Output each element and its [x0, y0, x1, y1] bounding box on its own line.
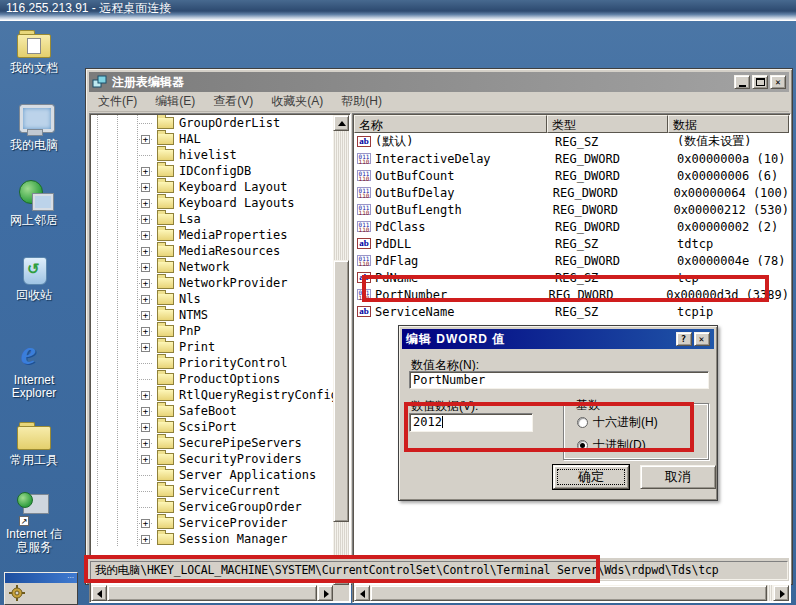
help-button[interactable]: ? [676, 332, 692, 346]
expand-icon[interactable]: + [141, 407, 150, 416]
regedit-titlebar[interactable]: 注册表编辑器 ✕ [89, 72, 789, 92]
minimize-button[interactable] [734, 75, 750, 89]
desktop-icon-my-computer[interactable]: 我的电脑 [1, 103, 67, 152]
value-name-field[interactable]: PortNumber [409, 371, 709, 389]
menu-item-1[interactable]: 编辑(E) [146, 91, 204, 112]
expand-icon[interactable]: + [141, 167, 150, 176]
expand-icon[interactable]: + [141, 343, 150, 352]
column-header-type[interactable]: 类型 [547, 115, 668, 133]
scroll-right-button[interactable] [773, 585, 789, 601]
tree-item-idconfigdb[interactable]: +IDConfigDB [91, 163, 333, 179]
desktop-icon-label: Internet Explorer [1, 374, 67, 400]
value-row-[interactable]: ab(默认)REG_SZ(数值未设置) [354, 133, 789, 150]
dialog-titlebar[interactable]: 编辑 DWORD 值 ? ✕ [402, 329, 714, 349]
tree-item-print[interactable]: +Print [91, 339, 333, 355]
tree-item-securepipeservers[interactable]: +SecurePipeServers [91, 435, 333, 451]
desktop-icon-network-places[interactable]: 网上邻居 [1, 178, 67, 227]
folder-icon [157, 341, 174, 353]
value-row-servicename[interactable]: abServiceNameREG_SZtcpip [354, 303, 789, 320]
tree-item-keyboard-layout[interactable]: +Keyboard Layout [91, 179, 333, 195]
expand-icon[interactable]: + [141, 279, 150, 288]
scroll-right-button[interactable] [317, 585, 333, 601]
tree-item-securityproviders[interactable]: +SecurityProviders [91, 451, 333, 467]
menu-item-2[interactable]: 查看(V) [204, 91, 262, 112]
column-header-name[interactable]: 名称 [354, 115, 547, 133]
tree-item-label: Keyboard Layout [179, 180, 287, 194]
tree-item-ntms[interactable]: +NTMS [91, 307, 333, 323]
ok-button[interactable]: 确定 [553, 465, 629, 489]
tree-item-hivelist[interactable]: hivelist [91, 147, 333, 163]
list-horizontal-scrollbar[interactable] [354, 585, 789, 601]
tree-item-productoptions[interactable]: ProductOptions [91, 371, 333, 387]
desktop-icon-internet-explorer[interactable]: Internet Explorer [1, 338, 67, 400]
expand-icon[interactable]: + [141, 247, 150, 256]
desktop-icon-my-documents[interactable]: 我的文档 [1, 26, 67, 75]
tree-item-safeboot[interactable]: +SafeBoot [91, 403, 333, 419]
scroll-up-button[interactable] [333, 115, 349, 131]
annotation-box-value-data [404, 402, 694, 452]
desktop-icon-label: 回收站 [1, 289, 67, 302]
tree-item-rtlqueryregistryconfig[interactable]: +RtlQueryRegistryConfig [91, 387, 333, 403]
tree-item-prioritycontrol[interactable]: PriorityControl [91, 355, 333, 371]
value-row-outbufcount[interactable]: 011110OutBufCountREG_DWORD0x00000006 (6) [354, 167, 789, 184]
tree-item-session-manager[interactable]: +Session Manager [91, 531, 333, 547]
close-button[interactable]: ✕ [770, 75, 786, 89]
tree-item-server-applications[interactable]: Server Applications [91, 467, 333, 483]
value-row-outbuflength[interactable]: 011110OutBufLengthREG_DWORD0x00000212 (5… [354, 201, 789, 218]
value-row-outbufdelay[interactable]: 011110OutBufDelayREG_DWORD0x00000064 (10… [354, 184, 789, 201]
scroll-left-button[interactable] [354, 585, 370, 601]
value-row-pdflag[interactable]: 011110PdFlagREG_DWORD0x0000004e (78) [354, 252, 789, 269]
menu-item-3[interactable]: 收藏夹(A) [262, 91, 332, 112]
tree-item-servicegrouporder[interactable]: ServiceGroupOrder [91, 499, 333, 515]
tree-item-mediaproperties[interactable]: +MediaProperties [91, 227, 333, 243]
column-header-data[interactable]: 数据 [668, 115, 789, 133]
expand-icon[interactable]: + [141, 199, 150, 208]
expand-icon[interactable]: + [141, 455, 150, 464]
expand-icon[interactable]: + [141, 231, 150, 240]
tree-item-servicecurrent[interactable]: ServiceCurrent [91, 483, 333, 499]
menu-item-4[interactable]: 帮助(H) [332, 91, 391, 112]
tree-vertical-scrollbar[interactable] [333, 115, 349, 585]
tree-item-pnp[interactable]: +PnP [91, 323, 333, 339]
expand-icon[interactable]: + [141, 423, 150, 432]
expand-icon[interactable]: + [141, 535, 150, 544]
expand-icon[interactable]: + [141, 215, 150, 224]
value-row-pdclass[interactable]: 011110PdClassREG_DWORD0x00000002 (2) [354, 218, 789, 235]
expand-icon[interactable]: + [141, 183, 150, 192]
tree-item-scsiport[interactable]: +ScsiPort [91, 419, 333, 435]
tree-item-lsa[interactable]: +Lsa [91, 211, 333, 227]
expand-icon[interactable]: + [141, 439, 150, 448]
desktop-icon-iis[interactable]: ↗Internet 信息服务 [1, 492, 67, 554]
expand-icon[interactable]: + [141, 327, 150, 336]
expand-icon[interactable]: + [141, 263, 150, 272]
tree-item-nls[interactable]: +Nls [91, 291, 333, 307]
expand-icon[interactable]: + [141, 391, 150, 400]
expand-icon[interactable]: + [141, 295, 150, 304]
tree-item-keyboard-layouts[interactable]: +Keyboard Layouts [91, 195, 333, 211]
tree-item-grouporderlist[interactable]: GroupOrderList [91, 115, 333, 131]
folder-icon [157, 197, 174, 209]
value-data: 0x00000064 (100) [668, 186, 789, 200]
expand-icon[interactable]: + [141, 135, 150, 144]
desktop-icon-common-tools[interactable]: 常用工具 [1, 418, 67, 467]
value-row-interactivedelay[interactable]: 011110InteractiveDelayREG_DWORD0x0000000… [354, 150, 789, 167]
tree-item-hal[interactable]: +HAL [91, 131, 333, 147]
tree-vscroll-thumb[interactable] [333, 260, 349, 522]
tree-item-networkprovider[interactable]: +NetworkProvider [91, 275, 333, 291]
tree-item-serviceprovider[interactable]: +ServiceProvider [91, 515, 333, 531]
dialog-close-button[interactable]: ✕ [694, 332, 710, 346]
scroll-left-button[interactable] [91, 585, 107, 601]
menu-item-0[interactable]: 文件(F) [89, 91, 146, 112]
desktop-icon-recycle-bin[interactable]: 回收站 [1, 253, 67, 302]
value-row-pddll[interactable]: abPdDLLREG_SZtdtcp [354, 235, 789, 252]
tree-hscroll-thumb[interactable] [107, 585, 317, 601]
background-window[interactable]: ⋯ [4, 572, 78, 605]
tree-horizontal-scrollbar[interactable] [91, 585, 333, 601]
expand-icon[interactable]: + [141, 519, 150, 528]
cancel-button[interactable]: 取消 [640, 465, 716, 489]
tree-item-network[interactable]: +Network [91, 259, 333, 275]
maximize-button[interactable] [752, 75, 768, 89]
tree-item-mediaresources[interactable]: +MediaResources [91, 243, 333, 259]
expand-icon[interactable]: + [141, 311, 150, 320]
list-hscroll-thumb[interactable] [370, 585, 767, 601]
